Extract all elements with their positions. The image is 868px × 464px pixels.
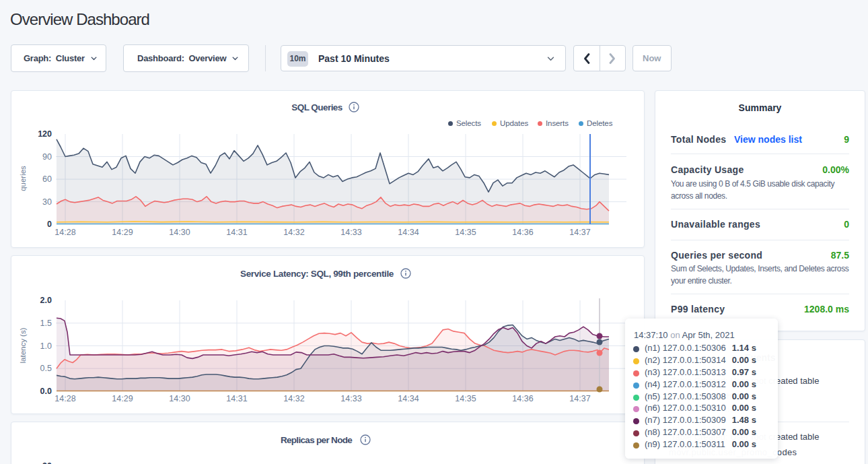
svg-text:14:35: 14:35 <box>455 228 476 237</box>
svg-text:2.0: 2.0 <box>40 296 52 305</box>
svg-text:14:37: 14:37 <box>569 228 590 237</box>
svg-text:queries: queries <box>19 166 27 191</box>
svg-text:14:28: 14:28 <box>55 394 75 403</box>
svg-text:14:32: 14:32 <box>283 228 304 237</box>
svg-text:14:30: 14:30 <box>169 228 190 237</box>
svg-text:14:36: 14:36 <box>512 394 533 403</box>
svg-text:14:36: 14:36 <box>512 228 533 237</box>
svg-text:14:37: 14:37 <box>569 394 590 403</box>
svg-text:14:35: 14:35 <box>455 394 476 403</box>
svg-text:14:28: 14:28 <box>55 228 75 237</box>
svg-text:90: 90 <box>42 152 52 162</box>
svg-text:latency (s): latency (s) <box>19 327 27 363</box>
svg-text:14:33: 14:33 <box>340 228 361 237</box>
svg-text:14:30: 14:30 <box>169 394 190 403</box>
svg-text:14:34: 14:34 <box>398 228 419 237</box>
svg-text:14:33: 14:33 <box>340 394 361 403</box>
svg-text:14:29: 14:29 <box>112 228 133 237</box>
svg-text:1.0: 1.0 <box>40 341 52 351</box>
svg-text:14:31: 14:31 <box>226 228 247 237</box>
svg-text:0: 0 <box>47 220 52 229</box>
svg-text:14:34: 14:34 <box>398 394 419 403</box>
svg-text:14:31: 14:31 <box>226 394 247 403</box>
svg-text:30: 30 <box>42 197 52 207</box>
svg-text:60: 60 <box>42 174 52 184</box>
svg-text:0.5: 0.5 <box>40 364 52 373</box>
svg-text:120: 120 <box>38 129 52 139</box>
svg-text:14:29: 14:29 <box>112 394 133 403</box>
svg-text:1.5: 1.5 <box>40 319 52 328</box>
svg-text:0.0: 0.0 <box>40 387 52 396</box>
svg-text:14:32: 14:32 <box>283 394 304 403</box>
